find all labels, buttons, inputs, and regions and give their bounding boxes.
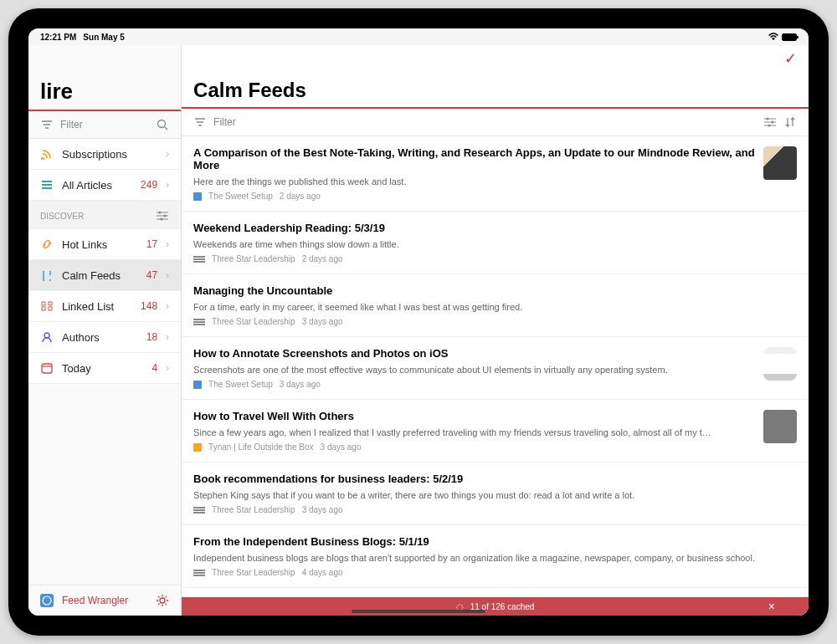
link-icon <box>40 238 54 251</box>
svg-point-8 <box>44 333 49 338</box>
chevron-icon: › <box>166 269 169 281</box>
close-icon[interactable]: × <box>768 600 775 613</box>
sidebar-filter[interactable]: Filter <box>28 111 181 139</box>
sidebar-item-calm-feeds[interactable]: Calm Feeds 47 › <box>28 260 181 291</box>
all-articles-label: All Articles <box>62 179 132 192</box>
status-bar: 12:21 PM Sun May 5 <box>28 28 809 45</box>
feedwrangler-icon <box>40 594 54 607</box>
sort-icon[interactable] <box>783 115 797 129</box>
svg-point-14 <box>772 121 774 124</box>
article-item[interactable]: Weekend Leadership Reading: 5/3/19 Weeke… <box>182 212 809 274</box>
authors-icon <box>40 330 54 344</box>
sidebar-item-linked-list[interactable]: Linked List 148 › <box>28 291 181 322</box>
discover-header: DISCOVER <box>28 201 181 229</box>
svg-rect-4 <box>42 302 45 305</box>
all-articles-count: 249 <box>141 179 157 191</box>
calendar-icon <box>40 361 54 375</box>
article-thumbnail <box>763 347 797 381</box>
chevron-icon: › <box>166 362 169 374</box>
gear-icon[interactable] <box>156 594 169 607</box>
screen: 12:21 PM Sun May 5 lire <box>28 28 809 616</box>
favicon-icon <box>193 381 202 389</box>
checkmark-icon[interactable]: ✓ <box>784 49 797 68</box>
article-item[interactable]: A Comparison of the Best Note-Taking, Wr… <box>182 136 809 212</box>
article-item[interactable]: How to Travel Well With Others Since a f… <box>182 400 809 463</box>
filter-icon <box>40 118 54 131</box>
battery-icon <box>782 33 797 41</box>
chevron-icon: › <box>166 300 169 312</box>
subscriptions-label: Subscriptions <box>62 148 157 161</box>
status-date: Sun May 5 <box>83 33 124 42</box>
chevron-icon: › <box>166 238 169 250</box>
filter-icon <box>193 115 207 129</box>
sidebar-item-authors[interactable]: Authors 18 › <box>28 322 181 353</box>
articles-list[interactable]: A Comparison of the Best Note-Taking, Wr… <box>182 136 809 616</box>
favicon-icon <box>193 192 202 201</box>
svg-point-12 <box>160 598 165 603</box>
content-pane: ✓ Calm Feeds Filter <box>182 45 809 616</box>
chevron-icon: › <box>166 331 169 343</box>
status-time: 12:21 PM <box>40 33 76 42</box>
favicon-icon <box>193 443 202 452</box>
svg-point-15 <box>768 125 771 127</box>
sidebar-item-all-articles[interactable]: All Articles 249 › <box>28 170 181 201</box>
articles-icon <box>40 178 54 192</box>
chevron-icon: › <box>166 179 169 191</box>
wifi-icon <box>768 33 778 42</box>
article-thumbnail <box>763 410 797 443</box>
svg-rect-9 <box>42 364 52 373</box>
article-item[interactable]: How to Annotate Screenshots and Photos o… <box>182 337 809 400</box>
ipad-frame: 12:21 PM Sun May 5 lire <box>8 8 829 636</box>
feedwrangler-label: Feed Wrangler <box>62 595 128 606</box>
sidebar-item-hot-links[interactable]: Hot Links 17 › <box>28 229 181 260</box>
sidebar-item-today[interactable]: Today 4 › <box>28 353 181 384</box>
favicon-icon <box>193 509 205 511</box>
svg-point-3 <box>161 218 163 221</box>
filter-label: Filter <box>60 119 83 130</box>
article-thumbnail <box>763 146 797 180</box>
svg-point-2 <box>164 215 167 217</box>
content-filter[interactable]: Filter <box>182 109 809 136</box>
sliders-icon[interactable] <box>763 115 777 129</box>
search-icon[interactable] <box>156 118 169 131</box>
article-item[interactable]: Managing the Uncountable For a time, ear… <box>182 274 809 337</box>
svg-point-1 <box>159 212 162 214</box>
chevron-icon: › <box>166 148 169 160</box>
rss-icon <box>40 147 54 161</box>
app-title: lire <box>28 72 181 111</box>
favicon-icon <box>193 572 205 574</box>
favicon-icon <box>193 258 205 260</box>
caching-bar: ◌ 11 of 126 cached × <box>182 597 809 616</box>
calm-icon <box>40 268 54 282</box>
sidebar-footer[interactable]: Feed Wrangler <box>28 585 181 616</box>
article-item[interactable]: From the Independent Business Blogs: 5/1… <box>182 525 809 588</box>
svg-rect-6 <box>42 307 45 310</box>
content-title: Calm Feeds <box>182 72 809 109</box>
svg-point-13 <box>767 118 769 120</box>
favicon-icon <box>193 321 205 323</box>
sliders-icon[interactable] <box>156 209 169 222</box>
home-indicator[interactable] <box>352 610 485 613</box>
svg-rect-5 <box>49 302 52 305</box>
sidebar: lire Filter Subscriptions <box>28 45 182 616</box>
linkedlist-icon <box>40 299 54 313</box>
svg-rect-7 <box>49 307 52 310</box>
article-item[interactable]: Book recommendations for business leader… <box>182 463 809 525</box>
sidebar-item-subscriptions[interactable]: Subscriptions › <box>28 139 181 170</box>
svg-point-0 <box>158 120 166 128</box>
